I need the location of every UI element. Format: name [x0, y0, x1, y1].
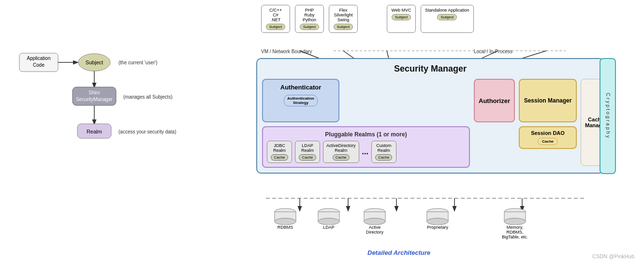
db-activedir-label: ActiveDirectory	[353, 225, 396, 235]
authenticator-box: Authenticator AuthenticationStrategy	[262, 79, 339, 122]
authorizer-box: Authorizer	[474, 79, 515, 122]
authorizer-label: Authorizer	[479, 97, 510, 104]
session-dao-label: Session DAO	[523, 130, 573, 136]
tech-box-webmvc: Web MVC Subject	[387, 5, 416, 33]
tech-label-webmvc: Web MVC	[391, 8, 411, 13]
detailed-arch-label: Detailed Architecture	[367, 249, 430, 256]
right-section: C/C++ C# .NET Subject PHP Ruby Python Su…	[237, 5, 633, 37]
realm-activedir-label: ActiveDirectoryRealm	[326, 143, 356, 153]
db-rdbms: RDBMS	[266, 208, 305, 239]
svg-point-42	[427, 218, 448, 225]
security-manager-box: Security Manager Authenticator Authentic…	[256, 58, 604, 174]
cache-badge-custom: Cache	[375, 154, 392, 161]
pluggable-title: Pluggable Realms (1 or more)	[267, 131, 465, 138]
tech-boxes-row: C/C++ C# .NET Subject PHP Ruby Python Su…	[237, 5, 633, 33]
realm-custom: CustomRealm Cache	[371, 141, 396, 163]
svg-text:Subject: Subject	[86, 59, 103, 65]
database-section: RDBMS LDAP ActiveDirectory	[266, 208, 604, 239]
svg-text:Local / In-Process: Local / In-Process	[474, 49, 512, 54]
svg-point-33	[275, 218, 296, 225]
svg-text:Application: Application	[27, 56, 51, 61]
tech-label-php: PHP Ruby Python	[299, 8, 320, 22]
db-activedir: ActiveDirectory	[353, 208, 396, 239]
spacer	[363, 5, 382, 33]
svg-text:Realm: Realm	[87, 129, 102, 134]
svg-text:SecurityManager: SecurityManager	[76, 97, 113, 102]
subject-badge-4: Subject	[437, 14, 457, 20]
db-memory-label: Memory,RDBMS,BigTable, etc.	[488, 225, 542, 239]
realm-ldap-label: LDAPRealm	[298, 143, 317, 153]
subject-badge-0: Subject	[266, 24, 286, 30]
db-proprietary-label: Proprietary	[416, 225, 459, 230]
session-dao-cache: Cache	[538, 138, 558, 145]
cache-badge-activedir: Cache	[333, 154, 350, 161]
tech-label-standalone: Standalone Application	[425, 8, 469, 13]
tech-box-php: PHP Ruby Python Subject	[295, 5, 324, 33]
realm-custom-label: CustomRealm	[375, 143, 393, 153]
realm-activedir: ActiveDirectoryRealm Cache	[323, 141, 359, 163]
ellipsis: ...	[362, 147, 368, 156]
db-rdbms-label: RDBMS	[266, 225, 305, 230]
subject-badge-1: Subject	[300, 24, 320, 30]
cache-badge-ldap: Cache	[299, 154, 316, 161]
tech-box-flex: Flex Silverlight Swing Subject	[329, 5, 358, 33]
tech-box-standalone: Standalone Application Subject	[421, 5, 474, 33]
db-proprietary: Proprietary	[416, 208, 459, 239]
svg-text:Code: Code	[33, 62, 44, 68]
session-dao-box: Session DAO Cache	[519, 126, 577, 149]
csdn-label: CSDN @PinkHub	[592, 253, 634, 259]
db-memory: Memory,RDBMS,BigTable, etc.	[488, 208, 542, 239]
tech-label-cpp: C/C++ C# .NET	[265, 8, 286, 22]
inner-layout: Authenticator AuthenticationStrategy Plu…	[262, 79, 599, 168]
cryptography-box: Cryptography	[600, 58, 616, 174]
pluggable-realms-box: Pluggable Realms (1 or more) JDBCRealm C…	[262, 126, 470, 168]
svg-text:(access your security data): (access your security data)	[118, 129, 176, 134]
security-manager-area: Security Manager Authenticator Authentic…	[247, 58, 595, 174]
realm-ldap: LDAPRealm Cache	[295, 141, 320, 163]
session-manager-box: Session Manager	[519, 79, 577, 122]
cache-badge-jdbc: Cache	[271, 154, 288, 161]
session-col: Session Manager Session DAO Cache	[519, 79, 577, 149]
svg-text:(manages all Subjects): (manages all Subjects)	[123, 94, 173, 100]
tech-label-flex: Flex Silverlight Swing	[333, 8, 353, 22]
svg-text:Shiro: Shiro	[88, 90, 100, 95]
realm-jdbc: JDBCRealm Cache	[267, 141, 292, 163]
svg-point-36	[318, 218, 339, 225]
session-manager-label: Session Manager	[524, 97, 572, 104]
svg-text:VM / Network Boundary: VM / Network Boundary	[261, 49, 312, 54]
authenticator-label: Authenticator	[267, 84, 335, 91]
svg-text:(the current 'user'): (the current 'user')	[118, 60, 158, 65]
tech-box-cpp: C/C++ C# .NET Subject	[261, 5, 290, 33]
subject-badge-3: Subject	[392, 14, 411, 20]
subject-badge-2: Subject	[334, 24, 353, 30]
svg-point-45	[504, 218, 526, 225]
db-ldap-label: LDAP	[309, 225, 348, 230]
realm-jdbc-label: JDBCRealm	[270, 143, 289, 153]
db-ldap: LDAP	[309, 208, 348, 239]
left-col: Authenticator AuthenticationStrategy Plu…	[262, 79, 470, 168]
crypto-label: Cryptography	[605, 93, 611, 139]
realm-items: JDBCRealm Cache LDAPRealm Cache ActiveDi…	[267, 141, 465, 163]
auth-strategy-badge: AuthenticationStrategy	[284, 95, 318, 106]
svg-point-39	[364, 218, 385, 225]
left-diagram-svg: Application Code Subject (the current 'u…	[15, 29, 232, 164]
security-manager-title: Security Manager	[262, 64, 599, 74]
diagram-container: Application Code Subject (the current 'u…	[0, 0, 644, 265]
